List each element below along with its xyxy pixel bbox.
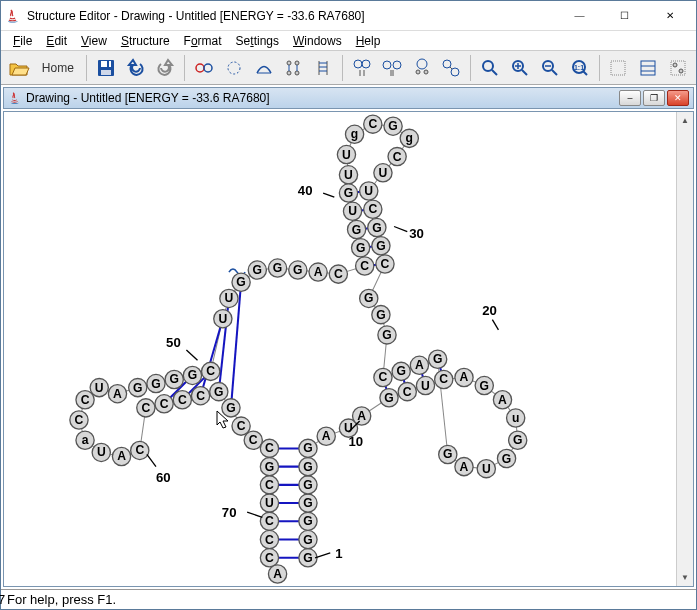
layout2-icon[interactable] — [378, 54, 406, 82]
layout3-icon[interactable] — [408, 54, 436, 82]
svg-rect-3 — [107, 61, 109, 67]
svg-line-330 — [394, 226, 407, 231]
maximize-button[interactable]: ☐ — [602, 1, 647, 30]
svg-text:C: C — [81, 393, 90, 407]
layout4-icon[interactable] — [438, 54, 466, 82]
svg-text:g: g — [406, 131, 413, 145]
svg-text:C: C — [360, 259, 369, 273]
tool-arc-icon[interactable] — [250, 54, 278, 82]
svg-point-23 — [383, 61, 391, 69]
status-text: For help, press F1. — [7, 592, 116, 607]
svg-text:C: C — [206, 364, 215, 378]
pos-label-20: 20 — [482, 303, 497, 318]
grid1-icon[interactable] — [605, 54, 633, 82]
menu-edit[interactable]: Edit — [40, 32, 73, 50]
svg-point-31 — [451, 68, 459, 76]
menu-help[interactable]: Help — [350, 32, 387, 50]
svg-text:G: G — [396, 364, 405, 378]
pos-label-1: 1 — [335, 546, 342, 561]
tool-stack-icon[interactable] — [280, 54, 308, 82]
svg-text:G: G — [236, 275, 245, 289]
svg-point-9 — [295, 61, 299, 65]
svg-point-29 — [424, 70, 428, 74]
inner-maximize-button[interactable]: ❐ — [643, 90, 665, 106]
svg-text:G: G — [226, 401, 235, 415]
svg-text:G: G — [303, 478, 312, 492]
close-button[interactable]: ✕ — [647, 1, 692, 30]
svg-text:C: C — [265, 533, 274, 547]
svg-text:G: G — [480, 379, 489, 393]
svg-text:U: U — [97, 445, 106, 459]
svg-text:A: A — [357, 409, 366, 423]
svg-text:U: U — [364, 184, 373, 198]
inner-window-header: Drawing - Untitled [ENERGY = -33.6 RA768… — [3, 87, 694, 109]
java-icon — [5, 8, 21, 24]
svg-point-28 — [416, 70, 420, 74]
zoom-out-icon[interactable] — [536, 54, 564, 82]
save-icon[interactable] — [92, 54, 120, 82]
svg-point-24 — [393, 61, 401, 69]
svg-text:G: G — [344, 186, 353, 200]
svg-text:U: U — [95, 381, 104, 395]
svg-text:A: A — [314, 265, 323, 279]
menu-format[interactable]: Format — [178, 32, 228, 50]
minimize-button[interactable]: — — [557, 1, 602, 30]
undo-icon[interactable] — [122, 54, 150, 82]
svg-rect-49 — [671, 61, 685, 75]
menu-structure[interactable]: Structure — [115, 32, 176, 50]
svg-text:C: C — [381, 257, 390, 271]
svg-point-50 — [673, 63, 677, 67]
tool-helix-icon[interactable] — [309, 54, 337, 82]
svg-text:u: u — [512, 411, 519, 425]
svg-text:G: G — [364, 291, 373, 305]
svg-text:G: G — [513, 433, 522, 447]
window-title: Structure Editor - Drawing - Untitled [E… — [27, 9, 557, 23]
layout1-icon[interactable] — [348, 54, 376, 82]
pos-label-40: 40 — [298, 183, 313, 198]
grid3-icon[interactable] — [664, 54, 692, 82]
svg-text:G: G — [303, 551, 312, 565]
menu-view[interactable]: View — [75, 32, 113, 50]
svg-text:C: C — [135, 443, 144, 457]
svg-text:C: C — [178, 393, 187, 407]
separator — [86, 55, 87, 81]
svg-text:a: a — [82, 433, 89, 447]
svg-line-329 — [492, 320, 498, 330]
svg-text:U: U — [344, 168, 353, 182]
svg-text:G: G — [382, 328, 391, 342]
svg-line-333 — [147, 454, 156, 466]
redo-icon[interactable] — [151, 54, 179, 82]
svg-text:C: C — [249, 433, 258, 447]
svg-line-36 — [522, 70, 527, 75]
svg-text:U: U — [342, 148, 351, 162]
svg-text:G: G — [388, 119, 397, 133]
svg-rect-46 — [641, 61, 655, 75]
open-icon[interactable] — [5, 54, 33, 82]
svg-text:C: C — [439, 372, 448, 386]
inner-minimize-button[interactable]: – — [619, 90, 641, 106]
inner-close-button[interactable]: ✕ — [667, 90, 689, 106]
svg-point-33 — [483, 61, 493, 71]
svg-point-27 — [417, 59, 427, 69]
grid2-icon[interactable] — [634, 54, 662, 82]
svg-text:G: G — [372, 221, 381, 235]
separator — [342, 55, 343, 81]
home-button[interactable]: Home — [35, 54, 81, 82]
structure-canvas[interactable]: GGGGGGGAUAGCUCAGAuGGUAGGAGCGGGCGGCUUCgGC… — [4, 112, 693, 587]
pos-label-10: 10 — [348, 434, 363, 449]
svg-line-332 — [186, 350, 197, 360]
tool-loop-icon[interactable] — [220, 54, 248, 82]
separator — [470, 55, 471, 81]
svg-text:C: C — [379, 370, 388, 384]
zoom-in-icon[interactable] — [506, 54, 534, 82]
tool-pair-icon[interactable] — [190, 54, 218, 82]
svg-text:G: G — [303, 514, 312, 528]
svg-text:A: A — [498, 393, 507, 407]
svg-text:G: G — [214, 385, 223, 399]
toolbar: Home 1:1 — [1, 51, 696, 85]
menu-file[interactable]: File — [7, 32, 38, 50]
zoom-fit-icon[interactable] — [476, 54, 504, 82]
menu-settings[interactable]: Settings — [230, 32, 285, 50]
zoom-11-icon[interactable]: 1:1 — [566, 54, 594, 82]
menu-windows[interactable]: Windows — [287, 32, 348, 50]
